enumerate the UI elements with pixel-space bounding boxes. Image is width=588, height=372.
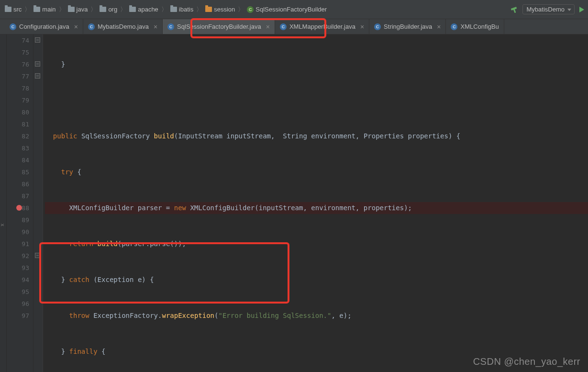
breadcrumb-item[interactable]: ibatis — [169, 6, 194, 13]
breadcrumb-item[interactable]: src — [4, 6, 22, 13]
folder-icon — [129, 7, 136, 12]
class-icon: C — [451, 23, 457, 30]
tab-stringbuilder[interactable]: CStringBuilder.java× — [369, 19, 446, 34]
fold-marker[interactable]: – — [35, 73, 40, 79]
toolbar-right: MybatisDemo — [510, 4, 584, 14]
folder-icon — [33, 7, 40, 12]
folder-icon — [68, 7, 75, 12]
code-editor[interactable]: xn 7475767778798081828384858687888990919… — [0, 34, 588, 372]
breadcrumb-item[interactable]: org — [99, 6, 118, 13]
class-icon: C — [247, 6, 254, 13]
folder-icon — [170, 7, 177, 12]
class-icon: C — [374, 23, 381, 30]
folder-icon — [5, 7, 11, 12]
breadcrumb-item[interactable]: main — [33, 6, 56, 13]
class-icon: C — [88, 23, 95, 30]
breadcrumb-bar: src〉 main〉 java〉 org〉 apache〉 ibatis〉 se… — [0, 0, 588, 19]
tab-sqlsessionfactorybuilder[interactable]: CSqlSessionFactoryBuilder.java× — [163, 19, 275, 34]
fold-marker[interactable]: – — [35, 37, 40, 43]
fold-marker[interactable]: – — [35, 253, 40, 258]
close-icon[interactable]: × — [74, 23, 78, 31]
close-icon[interactable]: × — [154, 23, 157, 31]
editor-tabs: CConfiguration.java× CMybatisDemo.java× … — [0, 19, 588, 34]
class-icon: C — [167, 23, 174, 30]
chevron-right-icon: 〉 — [120, 5, 126, 14]
build-icon[interactable] — [510, 6, 518, 13]
tool-window-strip[interactable]: xn — [0, 34, 7, 372]
close-icon[interactable]: × — [360, 23, 364, 31]
chevron-right-icon: 〉 — [196, 5, 202, 14]
folder-icon — [205, 7, 212, 12]
tab-configuration[interactable]: CConfiguration.java× — [5, 19, 83, 34]
fold-gutter[interactable]: – – – – — [33, 34, 43, 372]
class-icon: C — [280, 23, 287, 30]
close-icon[interactable]: × — [266, 23, 270, 31]
chevron-right-icon: 〉 — [59, 5, 65, 14]
chevron-right-icon: 〉 — [238, 5, 244, 14]
breadcrumb-item[interactable]: CSqlSessionFactoryBuilder — [246, 6, 328, 13]
chevron-right-icon: 〉 — [161, 5, 167, 14]
breadcrumb-item[interactable]: session — [204, 6, 236, 13]
chevron-right-icon: 〉 — [24, 5, 31, 14]
chevron-right-icon: 〉 — [90, 5, 97, 14]
run-icon[interactable] — [579, 7, 584, 12]
fold-marker[interactable]: – — [35, 61, 40, 67]
run-config-dropdown[interactable]: MybatisDemo — [522, 4, 575, 14]
line-number-gutter[interactable]: 7475767778798081828384858687888990919293… — [7, 34, 33, 372]
tab-mybatisdemo[interactable]: CMybatisDemo.java× — [83, 19, 163, 34]
close-icon[interactable]: × — [437, 23, 441, 31]
watermark: CSDN @chen_yao_kerr — [473, 356, 580, 367]
tab-xmlmapperbuilder[interactable]: CXMLMapperBuilder.java× — [275, 19, 369, 34]
breadcrumb-item[interactable]: apache — [128, 6, 159, 13]
breadcrumb-item[interactable]: java — [67, 6, 89, 13]
tab-xmlconfigbuilder[interactable]: CXMLConfigBu — [446, 19, 504, 34]
folder-icon — [100, 7, 106, 12]
class-icon: C — [10, 23, 16, 30]
breakpoint-icon[interactable] — [16, 205, 22, 211]
code-area[interactable]: } public SqlSessionFactory build(InputSt… — [43, 34, 588, 372]
